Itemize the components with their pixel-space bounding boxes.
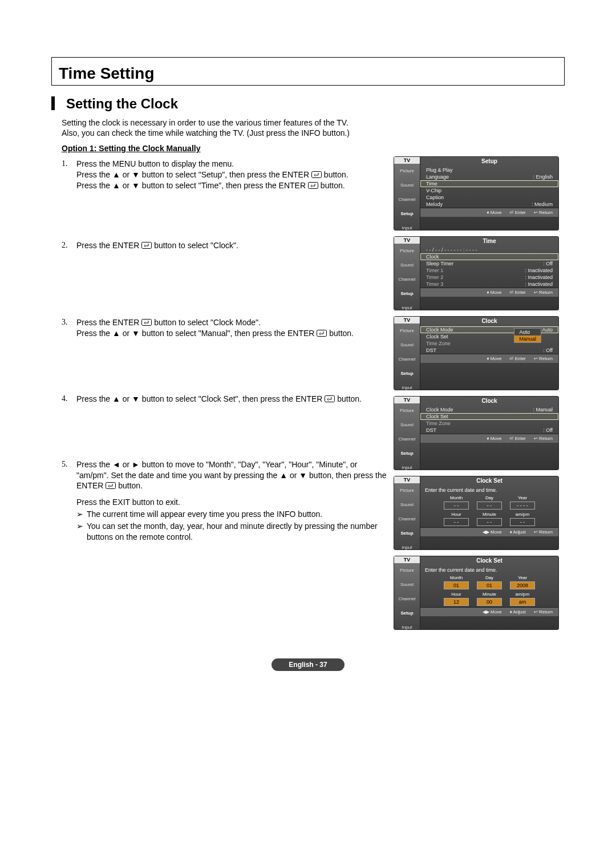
foot-adjust: ♦ Adjust xyxy=(510,609,526,614)
osd-tab: Setup xyxy=(394,286,420,301)
section-title: Setting the Clock xyxy=(66,96,178,112)
enter-icon xyxy=(106,482,116,489)
osd-tab: Picture xyxy=(394,483,420,498)
step-2-number: 2. xyxy=(62,240,76,251)
osd-tab: Sound xyxy=(394,338,420,352)
foot-adjust: ♦ Adjust xyxy=(510,529,526,535)
osd-tab: Channel xyxy=(394,352,420,366)
osd-tab: Channel xyxy=(394,192,420,207)
osd-row: DST: Off xyxy=(420,427,558,434)
osd-cell: Month01 xyxy=(444,575,469,589)
osd-row: Clock Mode: Manual xyxy=(420,406,558,413)
osd-tab: Channel xyxy=(394,512,420,526)
osd-row: Clock Set xyxy=(420,413,558,420)
foot-return: ↩ Return xyxy=(534,529,553,535)
step-3-b1: Press the ▲ or ▼ button to select "Manua… xyxy=(76,329,314,338)
osd-tab: Setup xyxy=(394,366,420,381)
intro-line-2: Also, you can check the time while watch… xyxy=(62,128,565,138)
step-4-a2: button. xyxy=(337,394,362,403)
osd-tab: Sound xyxy=(394,577,420,592)
osd-tab: Picture xyxy=(394,164,420,178)
enter-icon xyxy=(141,242,152,249)
osd-tv-label: TV xyxy=(394,397,420,403)
osd-tv-label: TV xyxy=(394,157,420,164)
svg-rect-1 xyxy=(308,183,318,189)
step-3-a1: Press the ENTER xyxy=(76,318,139,327)
step-4-number: 4. xyxy=(62,394,76,405)
osd-prompt: Enter the current date and time. xyxy=(420,566,558,574)
osd-row: Timer 1: Inactivated xyxy=(420,267,558,274)
osd-row: Time Zone xyxy=(420,420,558,427)
osd-tab: Input xyxy=(394,381,420,395)
enter-icon xyxy=(308,182,318,189)
note-1: The current time will appear every time … xyxy=(87,509,322,520)
osd-tab: Input xyxy=(394,221,420,235)
osd-tab: Picture xyxy=(394,563,420,577)
foot-enter: ⏎ Enter xyxy=(509,210,525,215)
osd-cell: Month- - xyxy=(444,495,469,510)
osd-title: Setup xyxy=(420,157,558,167)
svg-rect-5 xyxy=(325,395,335,402)
step-3-b2: button. xyxy=(329,329,354,338)
osd-tv-label: TV xyxy=(394,317,420,324)
osd-cell: Hour12 xyxy=(444,592,469,606)
osd-tab: Input xyxy=(394,301,420,315)
osd-row: Time xyxy=(420,180,558,187)
osd-row: Plug & Play xyxy=(420,167,558,173)
step-1-b1: Press the ▲ or ▼ button to select "Setup… xyxy=(76,170,309,179)
intro-line-1: Setting the clock is necessary in order … xyxy=(62,118,565,128)
osd-tab: Setup xyxy=(394,606,420,620)
osd-tab: Picture xyxy=(394,403,420,418)
osd-row: DST: Off xyxy=(420,347,558,354)
osd-cell: am/pmam xyxy=(510,592,535,606)
osd-clock-mode: TV PictureSoundChannelSetupInput Clock C… xyxy=(394,316,559,390)
foot-move: ♦ Move xyxy=(487,436,502,441)
osd-row: V-Chip xyxy=(420,187,558,194)
foot-enter: ⏎ Enter xyxy=(509,290,525,295)
osd-tab: Setup xyxy=(394,526,420,540)
osd-row: Clock xyxy=(420,253,558,260)
osd-tab: Picture xyxy=(394,244,420,258)
svg-rect-3 xyxy=(142,319,152,325)
osd-time: TV PictureSoundChannelSetupInput Time - … xyxy=(394,236,559,310)
osd-cell: Day01 xyxy=(477,575,502,589)
osd-row: Timer 2: Inactivated xyxy=(420,274,558,281)
osd-clock-set-blank: TV PictureSoundChannelSetupInput Clock S… xyxy=(394,476,559,550)
svg-rect-6 xyxy=(106,483,116,489)
osd-tab: Input xyxy=(394,620,420,634)
step-2-a1: Press the ENTER xyxy=(76,241,139,250)
enter-icon xyxy=(311,171,322,178)
osd-tab: Input xyxy=(394,460,420,475)
osd-clock-set-filled: TV PictureSoundChannelSetupInput Clock S… xyxy=(394,556,559,630)
osd-tab: Sound xyxy=(394,258,420,272)
step-4-a1: Press the ▲ or ▼ button to select "Clock… xyxy=(76,394,322,403)
osd-tab: Setup xyxy=(394,446,420,460)
osd-time-header: - - / - - / - - - - - - : - - - - xyxy=(420,246,558,253)
step-1-c2: button. xyxy=(321,181,345,190)
step-5-a2: button. xyxy=(118,481,143,490)
foot-return: ↩ Return xyxy=(534,210,553,215)
osd-setup: TV PictureSoundChannelSetupInput Setup P… xyxy=(394,156,559,231)
osd-cell: Minute- - xyxy=(477,512,502,526)
note-2: You can set the month, day, year, hour a… xyxy=(87,521,387,543)
osd-row: Timer 3: Inactivated xyxy=(420,281,558,288)
osd-prompt: Enter the current date and time. xyxy=(420,486,558,494)
page-footer-label: English - 37 xyxy=(271,658,344,671)
note-arrow-icon: ➢ xyxy=(76,521,87,543)
foot-move: ◀▶ Move xyxy=(483,529,502,535)
foot-enter: ⏎ Enter xyxy=(509,436,525,441)
foot-return: ↩ Return xyxy=(534,609,553,614)
enter-icon xyxy=(325,395,335,402)
step-5-number: 5. xyxy=(62,459,76,508)
osd-cell: Minute00 xyxy=(477,592,502,606)
osd-tab: Sound xyxy=(394,498,420,512)
foot-move: ♦ Move xyxy=(487,290,502,295)
osd-tv-label: TV xyxy=(394,556,420,563)
osd-row: Melody: Medium xyxy=(420,201,558,208)
osd-row: Caption xyxy=(420,194,558,201)
osd-clock-set-select: TV PictureSoundChannelSetupInput Clock C… xyxy=(394,396,559,470)
osd-title: Clock Set xyxy=(420,476,558,486)
step-5-b: Press the EXIT button to exit. xyxy=(76,497,387,508)
foot-enter: ⏎ Enter xyxy=(509,356,525,361)
foot-return: ↩ Return xyxy=(534,290,553,295)
